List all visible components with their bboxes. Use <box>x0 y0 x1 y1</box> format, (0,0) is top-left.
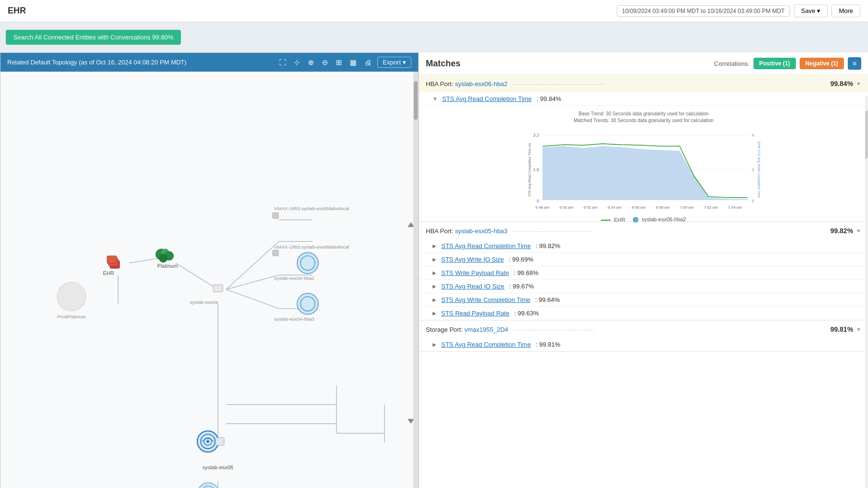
svg-text:7:02 am: 7:02 am <box>704 205 718 210</box>
chevron-down-icon[interactable]: ▼ <box>856 228 861 234</box>
chevron-down-icon: ▾ <box>817 7 820 14</box>
export-button[interactable]: Export ▾ <box>377 57 411 68</box>
metric-item-read-completion-1[interactable]: ▼ STS Avg Read Completion Time : 99.84% <box>419 92 868 106</box>
expand-icon: ▶ <box>433 311 436 316</box>
metric-pct: : 99.84% <box>536 95 561 102</box>
svg-text:VMAX-1955:syslab-esx06labviloc: VMAX-1955:syslab-esx06labvilocal <box>274 244 349 250</box>
chevron-down-icon[interactable]: ▼ <box>856 326 861 332</box>
print-icon[interactable]: 🖨 <box>362 57 373 67</box>
hba2-link[interactable]: syslab-esx06-hba2 <box>455 80 508 88</box>
matches-panel: Matches Correlations: Positive (1) Negat… <box>419 52 868 488</box>
topology-svg: VMAX-1955:syslab-esx05labvilocal VMAX-19… <box>0 72 418 488</box>
chevron-down-icon[interactable]: ▼ <box>856 81 861 87</box>
svg-text:EHR: EHR <box>103 270 114 276</box>
hba3-link[interactable]: syslab-esx05-hba3 <box>455 227 508 235</box>
metric-link[interactable]: STS Avg Write Completion Time <box>441 296 530 303</box>
match-group-storage-title: Storage Port: vmax1955_2D4 ·············… <box>426 326 598 333</box>
svg-text:6:58 am: 6:58 am <box>656 205 670 210</box>
svg-text:1.6: 1.6 <box>533 167 539 172</box>
svg-rect-19 <box>273 213 279 218</box>
svg-text:syslab-esx04: syslab-esx04 <box>190 300 218 305</box>
topology-header: Related Default Topology (as of Oct 16, … <box>0 53 418 72</box>
legend-hba2: syslab-esx06-hba2 <box>633 216 686 223</box>
svg-rect-32 <box>107 256 116 263</box>
storage-link[interactable]: vmax1955_2D4 <box>464 326 508 333</box>
metric-link[interactable]: STS Write Payload Rate <box>441 269 509 276</box>
legend-ehr: EHR <box>601 217 625 223</box>
topology-title: Related Default Topology (as of Oct 16, … <box>7 59 187 66</box>
svg-point-47 <box>198 483 219 488</box>
match-group-hba3-title: HBA Port: syslab-esx05-hba3 ············… <box>426 227 595 235</box>
positive-button[interactable]: Positive (1) <box>753 58 796 69</box>
fit-icon[interactable]: ⊹ <box>292 57 302 68</box>
svg-text:6:50 am: 6:50 am <box>560 205 574 210</box>
svg-text:syslab-esx04-hba2: syslab-esx04-hba2 <box>274 275 315 281</box>
metric-link[interactable]: STS Read Payload Rate <box>441 310 510 317</box>
metric-item-read-payload[interactable]: ▶ STS Read Payload Rate : 99.63% <box>419 307 868 320</box>
matches-scrollbar[interactable] <box>865 96 868 488</box>
svg-text:ProdPlatinum: ProdPlatinum <box>57 314 86 319</box>
svg-text:7:04 am: 7:04 am <box>728 205 742 210</box>
zoom-out-icon[interactable]: ⊖ <box>320 57 330 68</box>
svg-point-39 <box>57 282 86 311</box>
match-group-hba2-header[interactable]: HBA Port: syslab-esx06-hba2 ············… <box>419 75 868 92</box>
metric-item-write-io-size[interactable]: ▶ STS Avg Write IO Size : 99.69% <box>419 253 868 266</box>
match-group-hba2-title: HBA Port: syslab-esx06-hba2 ············… <box>426 80 609 88</box>
svg-rect-21 <box>273 250 279 256</box>
matches-scroll-thumb[interactable] <box>865 111 868 159</box>
svg-rect-28 <box>213 285 223 292</box>
layout-icon[interactable]: ▦ <box>348 57 358 68</box>
svg-text:6:48 am: 6:48 am <box>536 205 549 210</box>
app-title: EHR <box>8 6 26 16</box>
grid-icon[interactable]: ⊞ <box>334 57 344 68</box>
match-group-storage: Storage Port: vmax1955_2D4 ·············… <box>419 321 868 352</box>
svg-text:EHR STS Avg Read Completion Ti: EHR STS Avg Read Completion Time <box>757 142 761 198</box>
svg-line-1 <box>176 263 218 289</box>
menu-button[interactable]: ≡ <box>848 57 861 70</box>
match-group-hba2: HBA Port: syslab-esx06-hba2 ············… <box>419 75 868 222</box>
metric-item-write-payload[interactable]: ▶ STS Write Payload Rate : 99.68% <box>419 266 868 280</box>
topology-scrollbar[interactable] <box>413 72 418 488</box>
svg-text:Platinum: Platinum <box>157 263 178 269</box>
metric-link[interactable]: STS Avg Write IO Size <box>441 256 504 263</box>
more-button[interactable]: More <box>831 4 860 17</box>
topology-canvas[interactable]: VMAX-1955:syslab-esx05labvilocal VMAX-19… <box>0 72 418 488</box>
metric-link[interactable]: STS Avg Read Completion Time <box>442 95 532 102</box>
expand-icon[interactable]: ⛶ <box>277 57 288 67</box>
metric-item-write-completion[interactable]: ▶ STS Avg Write Completion Time : 99.64% <box>419 293 868 307</box>
metric-item-read-completion-3[interactable]: ▶ STS Avg Read Completion Time : 99.81% <box>419 338 868 351</box>
search-bar[interactable]: Search All Connected Entities with Conve… <box>6 30 181 45</box>
match-group-hba3-header[interactable]: HBA Port: syslab-esx05-hba3 ············… <box>419 222 868 239</box>
matches-body: HBA Port: syslab-esx06-hba2 ············… <box>419 75 868 488</box>
date-range-display[interactable]: 10/09/2024 03:49:00 PM MDT to 10/16/2024… <box>617 5 790 17</box>
save-button[interactable]: Save ▾ <box>794 4 828 17</box>
svg-rect-45 <box>216 438 224 445</box>
expand-icon: ▶ <box>433 297 436 302</box>
svg-text:VMAX-1955:syslab-esx05labviloc: VMAX-1955:syslab-esx05labvilocal <box>274 206 349 211</box>
svg-text:syslab-esx06: syslab-esx06 <box>203 464 233 470</box>
svg-text:syslab-esx04-hba3: syslab-esx04-hba3 <box>274 316 315 322</box>
svg-line-5 <box>226 289 279 309</box>
topology-scroll-thumb[interactable] <box>414 81 418 120</box>
zoom-in-icon[interactable]: ⊕ <box>306 57 316 68</box>
metric-item-read-io-size[interactable]: ▶ STS Avg Read IO Size : 99.67% <box>419 280 868 293</box>
metric-link[interactable]: STS Avg Read Completion Time <box>441 242 531 250</box>
negative-button[interactable]: Negative (1) <box>800 58 844 69</box>
svg-text:0: 0 <box>752 199 754 203</box>
expand-icon: ▶ <box>433 284 436 289</box>
svg-text:4: 4 <box>752 133 754 138</box>
metric-link[interactable]: STS Avg Read Completion Time <box>441 341 531 348</box>
match-group-hba3: HBA Port: syslab-esx05-hba3 ············… <box>419 222 868 321</box>
topology-panel: Related Default Topology (as of Oct 16, … <box>0 52 419 488</box>
metric-item-read-completion-2[interactable]: ▶ STS Avg Read Completion Time : 99.82% <box>419 239 868 253</box>
chevron-down-icon: ▾ <box>403 59 406 66</box>
match-group-hba3-percent: 99.82% ▼ <box>830 227 861 235</box>
chart-legend: EHR syslab-esx06-hba2 <box>426 216 861 223</box>
expand-icon: ▼ <box>433 96 437 101</box>
svg-text:7:00 am: 7:00 am <box>680 205 694 210</box>
match-group-storage-percent: 99.81% ▼ <box>830 325 861 333</box>
match-group-storage-header[interactable]: Storage Port: vmax1955_2D4 ·············… <box>419 321 868 338</box>
metric-link[interactable]: STS Avg Read IO Size <box>441 283 504 290</box>
topology-toolbar: ⛶ ⊹ ⊕ ⊖ ⊞ ▦ 🖨 Export ▾ <box>277 57 411 68</box>
svg-point-44 <box>206 440 209 443</box>
